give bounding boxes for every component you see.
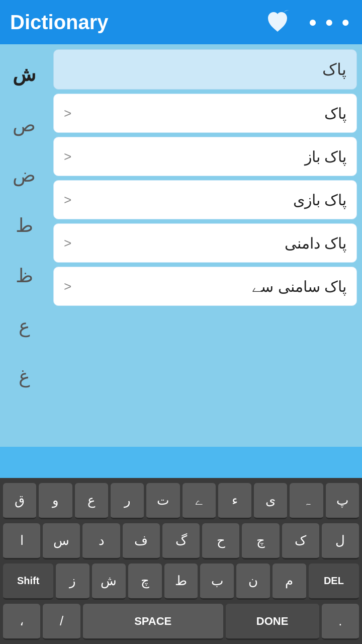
key-g[interactable]: گ (162, 523, 200, 559)
chevron-icon: < (64, 235, 71, 251)
key-d[interactable]: د (82, 523, 120, 559)
header: Dictionary ● ● ● (0, 0, 362, 44)
key-shin[interactable]: ش (92, 564, 126, 600)
key-ain[interactable]: ع (75, 483, 108, 519)
app-title: Dictionary (10, 11, 109, 34)
key-p[interactable]: پ (326, 483, 359, 519)
word-text: پاک باز (305, 148, 346, 166)
key-s[interactable]: س (43, 523, 80, 559)
key-n[interactable]: ن (236, 564, 270, 600)
word-item-pak[interactable]: < پاک (53, 94, 357, 133)
delete-key[interactable]: DEL (309, 564, 359, 600)
sidebar-letter-tah[interactable]: ط (0, 200, 48, 251)
keyboard: ق و ع ر ت ے ء ی ہ پ ا س د ف گ ح چ ک ل Sh… (0, 478, 362, 644)
words-list: پاک < پاک < پاک باز < پاک بازی < پاک دام… (48, 44, 362, 447)
chevron-icon: < (64, 106, 71, 121)
keyboard-row-1: ق و ع ر ت ے ء ی ہ پ (3, 483, 359, 519)
heart-icon[interactable] (264, 8, 301, 36)
chevron-icon: < (64, 279, 71, 294)
word-text: پاک دامنی (285, 234, 346, 252)
sidebar: ش ص ض ط ظ ع غ (0, 44, 48, 447)
chevron-icon: < (64, 149, 71, 165)
sidebar-letter-ain[interactable]: ع (0, 301, 48, 351)
word-text: پاک سامنی سے (252, 278, 346, 295)
key-t[interactable]: ت (146, 483, 179, 519)
key-r[interactable]: ر (111, 483, 144, 519)
key-z[interactable]: ز (56, 564, 89, 600)
key-a[interactable]: ا (3, 523, 40, 559)
word-item-pak-baz[interactable]: < پاک باز (53, 137, 357, 176)
key-b[interactable]: ب (200, 564, 234, 600)
search-box[interactable]: پاک (53, 49, 357, 90)
key-comma[interactable]: ، (3, 604, 40, 640)
key-w[interactable]: و (39, 483, 72, 519)
word-item-pak-samni[interactable]: < پاک سامنی سے (53, 267, 357, 306)
sidebar-letter-shin[interactable]: ش (0, 49, 48, 100)
keyboard-row-4: ، / SPACE DONE . (3, 604, 359, 640)
key-che[interactable]: چ (128, 564, 162, 600)
word-item-pak-damni[interactable]: < پاک دامنی (53, 223, 357, 263)
word-text: پاک (324, 105, 346, 122)
key-h[interactable]: ہ (290, 483, 323, 519)
key-l[interactable]: ل (322, 523, 359, 559)
shift-key[interactable]: Shift (3, 564, 53, 600)
more-options-icon[interactable]: ● ● ● (309, 14, 352, 30)
keyboard-row-2: ا س د ف گ ح چ ک ل (3, 523, 359, 559)
key-yi[interactable]: ی (254, 483, 287, 519)
done-key[interactable]: DONE (226, 604, 319, 640)
word-item-pak-bazi[interactable]: < پاک بازی (53, 180, 357, 219)
header-right: ● ● ● (264, 8, 352, 36)
keyboard-row-3: Shift ز ش چ ط ب ن م DEL (3, 564, 359, 600)
key-q[interactable]: ق (3, 483, 36, 519)
key-k[interactable]: ک (282, 523, 319, 559)
key-f[interactable]: ف (123, 523, 160, 559)
sidebar-letter-ghain[interactable]: غ (0, 351, 48, 401)
key-ye[interactable]: ے (183, 483, 216, 519)
sidebar-letter-sad[interactable]: ص (0, 100, 48, 150)
sidebar-letter-zah[interactable]: ظ (0, 251, 48, 301)
space-key[interactable]: SPACE (83, 604, 223, 640)
key-hamza[interactable]: ء (218, 483, 251, 519)
word-text: پاک بازی (293, 191, 346, 209)
key-dot[interactable]: . (322, 604, 359, 640)
key-m[interactable]: م (273, 564, 306, 600)
key-ta[interactable]: ط (164, 564, 198, 600)
key-slash[interactable]: / (43, 604, 80, 640)
key-ch[interactable]: چ (242, 523, 279, 559)
main-content: ش ص ض ط ظ ع غ پاک < پاک < پاک باز < پاک … (0, 44, 362, 447)
key-hah[interactable]: ح (202, 523, 239, 559)
sidebar-letter-dad[interactable]: ض (0, 150, 48, 200)
chevron-icon: < (64, 192, 71, 208)
